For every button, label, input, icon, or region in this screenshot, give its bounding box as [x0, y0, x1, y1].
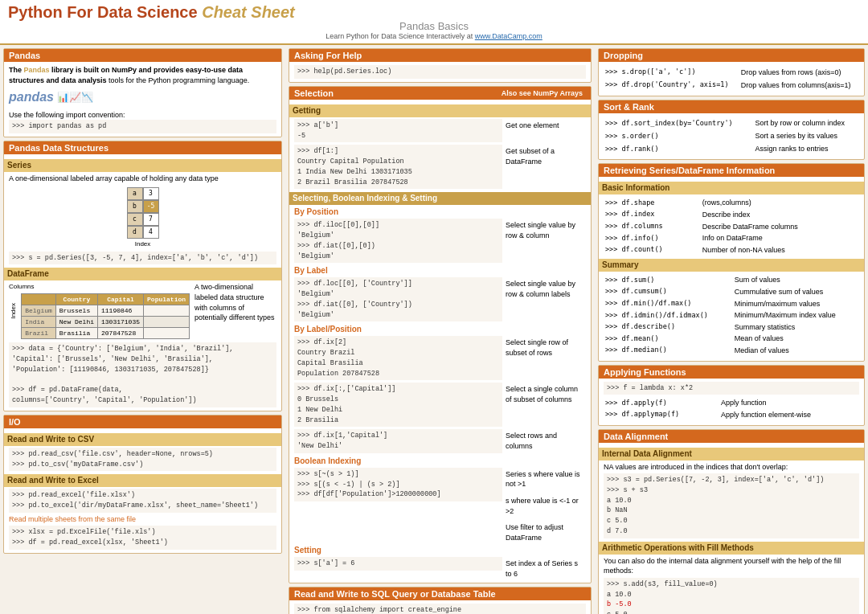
io-header: I/O [4, 415, 281, 428]
selection-section: Selection Also see NumPy Arrays Getting … [289, 86, 592, 583]
sql-header: Read and Write to SQL Query or Database … [289, 587, 591, 600]
series-code: >>> s = pd.Series([3, -5, 7, 4], index=[… [9, 252, 276, 265]
data-structures-body: Series A one-dimensional labeled array c… [4, 154, 281, 411]
pandas-section: Pandas The Pandas library is built on Nu… [3, 48, 282, 137]
dropping-body: >>> s.drop(['a', 'c']) Drop values from … [599, 62, 864, 96]
dropping-section: Dropping >>> s.drop(['a', 'c']) Drop val… [598, 48, 865, 96]
sql-section: Read and Write to SQL Query or Database … [289, 587, 592, 615]
series-subheader: Series [4, 159, 281, 172]
right-column: Dropping >>> s.drop(['a', 'c']) Drop val… [595, 45, 868, 614]
sort-rank-header: Sort & Rank [599, 100, 864, 113]
header: Python For Data Science Cheat Sheet Pand… [0, 0, 868, 45]
main-content: Pandas The Pandas library is built on Nu… [0, 45, 868, 614]
data-structures-section: Pandas Data Structures Series A one-dime… [3, 141, 282, 411]
help-code: >>> help(pd.Series.loc) [294, 65, 586, 79]
getting-subheader: Getting [289, 104, 591, 117]
by-label-label: By Label [294, 265, 586, 276]
io-body: Read and Write to CSV >>> pd.read_csv('f… [4, 428, 281, 553]
header-learn: Learn Python for Data Science Interactiv… [8, 32, 860, 40]
applying-body: >>> f = lambda x: x*2 >>> df.apply(f) Ap… [599, 379, 864, 425]
sort-rank-body: >>> df.sort_index(by='Country') Sort by … [599, 113, 864, 160]
fill-methods-subheader: Arithmetic Operations with Fill Methods [599, 542, 864, 555]
help-body: >>> help(pd.Series.loc) [289, 62, 591, 82]
selection-body: Getting >>> a['b'] -5 Get one element [289, 100, 591, 583]
internal-alignment-subheader: Internal Data Alignment [599, 448, 864, 460]
applying-section: Applying Functions >>> f = lambda x: x*2… [598, 365, 865, 426]
by-label-position-label: By Label/Position [294, 324, 586, 335]
applying-header: Applying Functions [599, 366, 864, 379]
df-code: >>> data = {'Country': ['Belgium', 'Indi… [9, 342, 276, 407]
header-title: Python For Data Science Cheat Sheet [8, 3, 295, 22]
middle-column: Asking For Help >>> help(pd.Series.loc) … [285, 45, 595, 614]
excel-subheader: Read and Write to Excel [4, 474, 281, 487]
excel-code2: >>> xlsx = pd.ExcelFile('file.xls') >>> … [9, 526, 276, 550]
csv-code: >>> pd.read_csv('file.csv', header=None,… [9, 448, 276, 472]
selection-header: Selection Also see NumPy Arrays [289, 87, 591, 100]
pandas-body: The Pandas library is built on NumPy and… [4, 62, 281, 137]
alignment-section: Data Alignment Internal Data Alignment N… [598, 429, 865, 614]
header-subtitle: Pandas Basics [8, 20, 860, 32]
by-position-label: By Position [294, 207, 586, 218]
io-section: I/O Read and Write to CSV >>> pd.read_cs… [3, 415, 282, 554]
bool-header: Selecting, Boolean Indexing & Setting [289, 192, 591, 205]
excel-note: Read multiple sheets from the same file [9, 514, 276, 525]
left-column: Pandas The Pandas library is built on Nu… [0, 45, 285, 614]
basic-info-subheader: Basic Information [599, 182, 864, 194]
also-see-banner: Also see NumPy Arrays [498, 88, 586, 98]
dataframe-subheader: DataFrame [4, 268, 281, 280]
retrieving-header: Retrieving Series/DataFrame Information [599, 164, 864, 177]
excel-code: >>> pd.read_excel('file.xlsx') >>> pd.to… [9, 489, 276, 513]
dropping-header: Dropping [599, 49, 864, 62]
sql-code: >>> from sqlalchemy import create_engine… [294, 604, 586, 615]
help-header: Asking For Help [289, 49, 591, 62]
retrieving-body: Basic Information >>> df.shape(rows,colu… [599, 177, 864, 360]
pandas-import-code: >>> import pandas as pd [9, 120, 276, 133]
bool-indexing-label: Boolean Indexing [294, 456, 586, 467]
summary-subheader: Summary [599, 259, 864, 272]
csv-subheader: Read and Write to CSV [4, 433, 281, 446]
alignment-header: Data Alignment [599, 430, 864, 443]
series-diagram: a 3 b -5 c 7 d [9, 187, 276, 248]
setting-label: Setting [294, 545, 586, 556]
sql-body: >>> from sqlalchemy import create_engine… [289, 600, 591, 615]
retrieving-section: Retrieving Series/DataFrame Information … [598, 163, 865, 361]
sort-rank-section: Sort & Rank >>> df.sort_index(by='Countr… [598, 100, 865, 161]
help-section: Asking For Help >>> help(pd.Series.loc) [289, 48, 592, 83]
pandas-logo: pandas 📊📈📉 [9, 88, 276, 106]
page: Python For Data Science Cheat Sheet Pand… [0, 0, 868, 614]
alignment-body: Internal Data Alignment NA values are in… [599, 443, 864, 614]
pandas-header: Pandas [4, 49, 281, 62]
dataframe-table: Country Capital Population Belgium [21, 293, 190, 340]
datacamp-link[interactable]: www.DataCamp.com [475, 32, 542, 40]
data-structures-header: Pandas Data Structures [4, 141, 281, 154]
